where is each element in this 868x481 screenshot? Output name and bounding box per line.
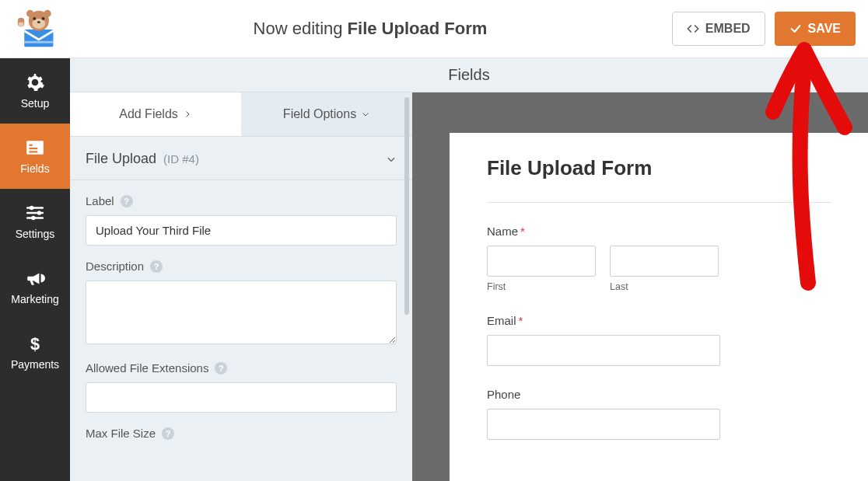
label-text: Phone	[487, 388, 520, 401]
field-label-input[interactable]	[86, 215, 397, 246]
save-button[interactable]: SAVE	[775, 12, 856, 46]
svg-point-8	[37, 21, 40, 23]
dollar-icon: $	[25, 333, 45, 354]
help-icon[interactable]: ?	[150, 260, 163, 273]
required-indicator: *	[519, 314, 523, 327]
code-icon	[687, 23, 699, 35]
preview-phone-label: Phone	[487, 388, 831, 401]
field-name: File Upload	[86, 151, 156, 166]
tab-label: Field Options	[283, 107, 356, 121]
center-title: Fields	[70, 58, 868, 92]
form-icon	[25, 138, 45, 158]
page-title: Now editing File Upload Form	[68, 19, 672, 39]
preview-phone-input[interactable]	[487, 409, 720, 440]
field-extensions-block: Allowed File Extensions ?	[70, 347, 412, 413]
form-name: File Upload Form	[348, 19, 488, 38]
preview-email-label: Email*	[487, 314, 831, 327]
svg-rect-1	[24, 41, 53, 44]
label-text: Description	[86, 260, 144, 273]
preview-first-name-input[interactable]	[487, 246, 596, 277]
preview-last-name-input[interactable]	[610, 246, 719, 277]
preview-last-sub: Last	[610, 281, 719, 292]
center-column: Fields Add Fields Field Options	[70, 58, 868, 481]
app-logo	[6, 8, 68, 50]
sidebar-item-label: Setup	[21, 97, 50, 110]
svg-rect-12	[29, 145, 32, 146]
preview-phone-row: Phone	[487, 388, 831, 440]
tab-field-options[interactable]: Field Options	[241, 92, 412, 136]
field-section-title: File Upload (ID #4)	[86, 151, 199, 167]
sidebar-item-label: Payments	[11, 358, 59, 371]
help-icon[interactable]: ?	[162, 427, 174, 440]
tab-add-fields[interactable]: Add Fields	[70, 92, 241, 136]
tab-label: Add Fields	[119, 107, 178, 121]
svg-point-3	[26, 10, 33, 17]
center-body: Add Fields Field Options File Upload (ID…	[70, 92, 868, 481]
sliders-icon	[25, 203, 45, 223]
left-sidebar: Setup Fields Settings Marketing $ Paymen…	[0, 58, 70, 481]
panel-scrollbar[interactable]	[404, 97, 409, 315]
field-maxsize-heading: Max File Size ?	[86, 427, 397, 440]
svg-point-4	[44, 10, 51, 17]
sidebar-item-marketing[interactable]: Marketing	[0, 254, 70, 319]
label-text: Max File Size	[86, 427, 156, 440]
svg-rect-14	[29, 151, 37, 152]
save-label: SAVE	[808, 22, 841, 36]
field-description-block: Description ?	[70, 246, 412, 347]
panel-tabs: Add Fields Field Options	[70, 92, 412, 136]
preview-name-row: Name* First Last	[487, 225, 831, 292]
sidebar-item-fields[interactable]: Fields	[0, 124, 70, 189]
help-icon[interactable]: ?	[121, 195, 133, 207]
field-extensions-input[interactable]	[86, 382, 397, 413]
chevron-right-icon	[183, 110, 192, 119]
top-bar: Now editing File Upload Form EMBED SAVE	[0, 0, 868, 58]
required-indicator: *	[520, 225, 525, 238]
label-text: Name	[487, 225, 518, 238]
field-description-input[interactable]	[86, 281, 397, 344]
help-icon[interactable]: ?	[215, 362, 227, 375]
chevron-down-icon	[386, 154, 397, 165]
field-label-heading: Label ?	[86, 194, 397, 207]
svg-point-16	[37, 211, 41, 214]
sidebar-item-settings[interactable]: Settings	[0, 189, 70, 254]
topbar-actions: EMBED SAVE	[672, 12, 856, 46]
label-text: Allowed File Extensions	[86, 361, 208, 375]
embed-button[interactable]: EMBED	[672, 12, 765, 46]
bear-envelope-icon	[14, 8, 61, 50]
main-area: Setup Fields Settings Marketing $ Paymen…	[0, 58, 868, 481]
form-preview-wrap: File Upload Form Name* First	[412, 92, 868, 481]
preview-email-input[interactable]	[487, 335, 720, 366]
preview-first-sub: First	[487, 281, 596, 292]
field-description-heading: Description ?	[86, 260, 397, 273]
svg-point-15	[30, 206, 33, 210]
sidebar-item-setup[interactable]: Setup	[0, 58, 70, 124]
svg-point-6	[33, 17, 36, 20]
svg-point-7	[42, 17, 45, 20]
field-id: (ID #4)	[163, 152, 199, 166]
field-label-block: Label ?	[70, 180, 412, 246]
field-section-header[interactable]: File Upload (ID #4)	[70, 136, 412, 180]
svg-point-17	[31, 216, 35, 220]
chevron-down-icon	[361, 110, 370, 119]
sidebar-item-payments[interactable]: $ Payments	[0, 319, 70, 385]
embed-label: EMBED	[705, 22, 751, 36]
check-icon	[789, 23, 802, 35]
preview-email-row: Email*	[487, 314, 831, 366]
label-text: Email	[487, 314, 516, 327]
center-title-text: Fields	[448, 66, 489, 84]
sidebar-item-label: Settings	[16, 228, 55, 240]
field-options-panel: Add Fields Field Options File Upload (ID…	[70, 92, 412, 481]
sidebar-item-label: Fields	[20, 162, 49, 175]
gear-icon	[25, 72, 45, 92]
field-maxsize-block: Max File Size ?	[70, 413, 412, 448]
svg-point-5	[32, 19, 45, 29]
bullhorn-icon	[25, 268, 45, 288]
sidebar-item-label: Marketing	[11, 293, 58, 305]
preview-name-inputs: First Last	[487, 246, 831, 292]
label-text: Label	[86, 194, 114, 207]
svg-text:$: $	[30, 334, 40, 354]
form-preview: File Upload Form Name* First	[450, 133, 868, 481]
svg-rect-13	[29, 148, 37, 149]
field-extensions-heading: Allowed File Extensions ?	[86, 361, 397, 375]
preview-form-title: File Upload Form	[487, 156, 831, 203]
